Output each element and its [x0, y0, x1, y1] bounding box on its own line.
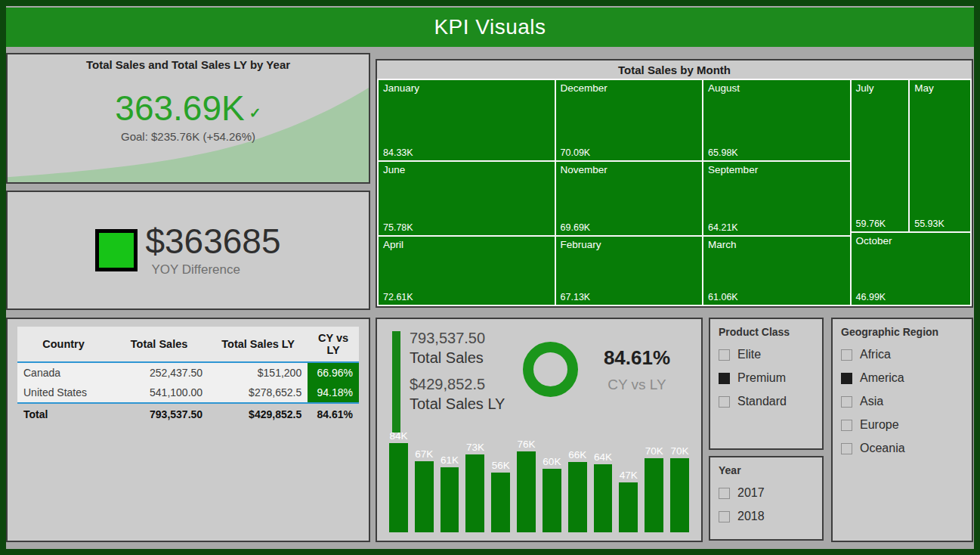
country-table-visual: Country Total Sales Total Sales LY CY vs…: [6, 318, 370, 542]
cell-total-sales-ly: $278,652.5: [209, 383, 308, 403]
treemap-cell-january[interactable]: January 84.33K: [379, 80, 555, 160]
page-title: KPI Visuals: [434, 15, 546, 39]
column-header-total-sales-ly[interactable]: Total Sales LY: [209, 327, 308, 362]
bar-group: 76K: [517, 439, 536, 532]
cell-country: United States: [17, 383, 110, 403]
table-header-row: Country Total Sales Total Sales LY CY vs…: [17, 327, 359, 362]
yoy-label: YOY Difference: [145, 262, 280, 278]
total-sales-label: Total Sales: [410, 348, 505, 367]
slicer-option-standard[interactable]: Standard: [719, 395, 814, 408]
yoy-value: $363685: [145, 223, 280, 259]
cell-total-sales: 541,100.00: [110, 383, 209, 403]
bar[interactable]: [568, 462, 587, 532]
total-sales-ly-label: Total Sales LY: [410, 394, 505, 414]
country-table: Country Total Sales Total Sales LY CY vs…: [17, 327, 359, 425]
treemap: January 84.33K June 75.78K April 72.61K …: [377, 79, 972, 306]
slicer-option-2017[interactable]: 2017: [719, 486, 814, 500]
treemap-cell-july[interactable]: July 59.76K: [852, 80, 909, 231]
checkbox-icon[interactable]: [719, 488, 730, 499]
cy-vs-ly-visual: 793,537.50 Total Sales $429,852.5 Total …: [376, 318, 703, 542]
bar-group: 67K: [415, 448, 434, 532]
slicer-year: Year 2017 2018: [709, 456, 824, 541]
treemap-cell-november[interactable]: November 69.69K: [556, 162, 703, 235]
monthly-bar-chart: 84K 67K 61K 73K 56K 76K: [389, 426, 689, 532]
bar[interactable]: [619, 482, 638, 532]
slicer-option-oceania[interactable]: Oceania: [841, 442, 963, 455]
treemap-cell-december[interactable]: December 70.09K: [556, 80, 703, 160]
slicer-title: Product Class: [719, 326, 814, 338]
accent-bar: [392, 331, 400, 433]
slicer-option-premium[interactable]: Premium: [719, 371, 814, 385]
treemap-cell-september[interactable]: September 64.21K: [703, 162, 850, 235]
bar-group: 60K: [543, 456, 561, 532]
bar[interactable]: [543, 469, 561, 532]
bar-group: 73K: [465, 442, 484, 532]
slicer-option-elite[interactable]: Elite: [719, 348, 814, 361]
bar[interactable]: [517, 451, 536, 532]
slicer-title: Year: [719, 464, 814, 476]
checkbox-icon[interactable]: [719, 373, 730, 384]
treemap-visual: Total Sales by Month January 84.33K June…: [376, 59, 973, 308]
checkbox-icon[interactable]: [719, 396, 730, 408]
bar[interactable]: [594, 464, 613, 532]
report-canvas: KPI Visuals Total Sales and Total Sales …: [0, 0, 980, 555]
slicer-option-america[interactable]: America: [841, 371, 963, 385]
cy-vs-ly-label: CY vs LY: [587, 377, 687, 393]
total-sales-ly-value: $429,852.5: [410, 374, 505, 394]
bar-group: 70K: [670, 445, 689, 532]
checkbox-icon[interactable]: [719, 349, 730, 361]
treemap-cell-may[interactable]: May 55.93K: [910, 80, 970, 231]
treemap-cell-february[interactable]: February 67.13K: [556, 237, 703, 305]
bar[interactable]: [441, 467, 459, 532]
checkbox-icon[interactable]: [841, 349, 852, 361]
checkbox-icon[interactable]: [841, 396, 852, 408]
cy-vs-ly-percent: 84.61%: [587, 346, 687, 370]
bar[interactable]: [465, 454, 484, 532]
slicer-option-africa[interactable]: Africa: [841, 348, 963, 361]
bar-group: 47K: [619, 470, 638, 532]
bar-group: 70K: [645, 445, 663, 532]
column-header-country[interactable]: Country: [17, 327, 110, 362]
column-header-cy-vs-ly[interactable]: CY vs LY: [308, 327, 359, 362]
table-row-canada[interactable]: Canada 252,437.50 $151,200 66.96%: [17, 362, 359, 383]
bar-group: 61K: [441, 454, 459, 532]
checkbox-icon[interactable]: [841, 443, 852, 454]
goal-met-check-icon: ✓: [249, 104, 261, 122]
cell-total-sales: 252,437.50: [110, 362, 209, 383]
bar-group: 66K: [568, 449, 587, 532]
slicer-option-asia[interactable]: Asia: [841, 395, 963, 408]
slicer-option-europe[interactable]: Europe: [841, 418, 963, 432]
cell-total-sales-ly-total: $429,852.5: [209, 403, 308, 425]
checkbox-icon[interactable]: [719, 511, 730, 522]
cell-country: Canada: [17, 362, 110, 383]
bar[interactable]: [389, 443, 408, 532]
slicer-title: Geographic Region: [841, 326, 963, 338]
bar[interactable]: [670, 458, 689, 532]
measures-card: 793,537.50 Total Sales $429,852.5 Total …: [410, 328, 505, 420]
slicer-option-2018[interactable]: 2018: [719, 510, 814, 523]
treemap-cell-april[interactable]: April 72.61K: [379, 237, 555, 305]
checkbox-icon[interactable]: [841, 373, 852, 384]
column-header-total-sales[interactable]: Total Sales: [110, 327, 209, 362]
cell-total-sales-ly: $151,200: [209, 362, 308, 383]
bar[interactable]: [491, 473, 510, 532]
bar[interactable]: [645, 458, 663, 532]
kpi-visual: Total Sales and Total Sales LY by Year 3…: [6, 53, 370, 184]
table-total-row: Total 793,537.50 $429,852.5 84.61%: [17, 403, 359, 425]
slicer-product-class: Product Class Elite Premium Standard: [709, 318, 824, 450]
treemap-cell-june[interactable]: June 75.78K: [379, 162, 555, 235]
treemap-title: Total Sales by Month: [377, 60, 972, 79]
treemap-cell-august[interactable]: August 65.98K: [703, 80, 850, 160]
bar-group: 56K: [491, 460, 510, 532]
cell-total-label: Total: [17, 403, 110, 425]
bar[interactable]: [415, 461, 434, 532]
cell-total-sales-total: 793,537.50: [110, 403, 209, 425]
donut-chart[interactable]: [523, 342, 578, 397]
checkbox-icon[interactable]: [841, 420, 852, 431]
bar-group: 84K: [389, 430, 408, 532]
slicer-geographic-region: Geographic Region Africa America Asia Eu…: [831, 318, 973, 542]
treemap-cell-october[interactable]: October 46.99K: [852, 233, 970, 305]
treemap-cell-march[interactable]: March 61.06K: [703, 237, 850, 305]
table-row-united-states[interactable]: United States 541,100.00 $278,652.5 94.1…: [17, 383, 359, 403]
bar-group: 64K: [594, 451, 613, 532]
